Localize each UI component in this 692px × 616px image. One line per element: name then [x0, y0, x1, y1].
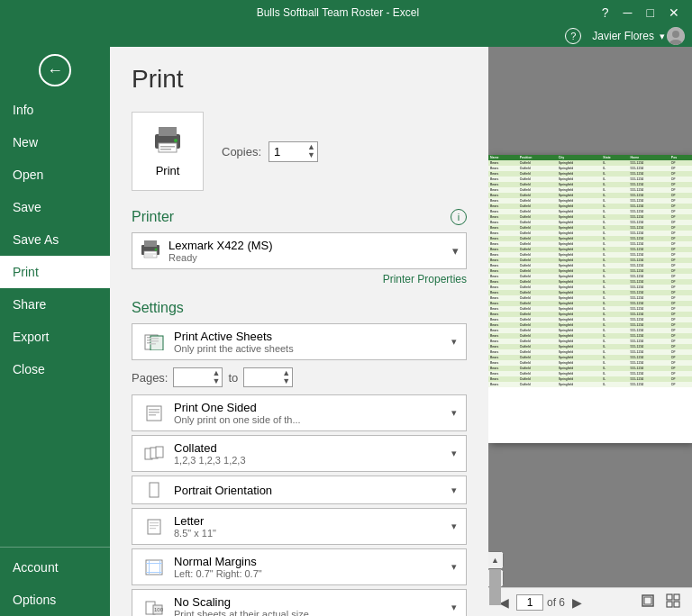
copies-decrement[interactable]: ▼: [305, 151, 317, 159]
pages-to-decrement[interactable]: ▼: [280, 377, 292, 385]
sided-sub: Only print on one side of th...: [174, 414, 451, 425]
sidebar-item-print[interactable]: Print: [0, 256, 110, 288]
paper-arrow: ▾: [451, 521, 457, 532]
username-label: Javier Flores: [592, 30, 654, 42]
sidebar-item-open[interactable]: Open: [0, 159, 110, 191]
svg-rect-20: [150, 338, 159, 340]
minimize-button[interactable]: ─: [618, 4, 638, 22]
pages-from-spinner: ▲ ▼: [210, 369, 222, 385]
sidebar-item-options-label: Options: [13, 593, 56, 607]
page-number-input[interactable]: [516, 594, 543, 611]
main-layout: ← Info New Open Save Save As Print Share…: [0, 47, 692, 616]
user-dropdown-arrow[interactable]: ▾: [660, 31, 665, 42]
page-navigation: ◀ of 6 ▶: [496, 593, 586, 611]
scaling-setting[interactable]: 100 No Scaling Print sheets at their act…: [132, 589, 467, 616]
sided-arrow: ▾: [451, 407, 457, 419]
paper-sub: 8.5" x 11": [174, 528, 451, 539]
scroll-thumb[interactable]: [489, 569, 501, 605]
maximize-button[interactable]: □: [642, 4, 660, 22]
sidebar-item-close-label: Close: [13, 362, 45, 376]
scaling-arrow: ▾: [451, 602, 457, 613]
sidebar-item-account[interactable]: Account: [0, 551, 110, 584]
print-panel: Print Print: [110, 47, 488, 616]
next-page-button[interactable]: ▶: [569, 593, 586, 611]
sidebar-item-save[interactable]: Save: [0, 191, 110, 223]
collated-setting[interactable]: Collated 1,2,3 1,2,3 1,2,3 ▾: [132, 435, 467, 472]
collated-text: Collated 1,2,3 1,2,3 1,2,3: [174, 441, 451, 466]
zoom-button[interactable]: [661, 592, 685, 612]
print-what-setting[interactable]: Print Active Sheets Only print the activ…: [132, 323, 467, 360]
orientation-setting[interactable]: Portrait Orientation ▾: [132, 476, 467, 504]
print-what-arrow: ▾: [451, 336, 457, 348]
pages-from-input[interactable]: [174, 368, 210, 386]
printer-name: Lexmark X422 (MS): [168, 239, 452, 252]
svg-text:100: 100: [154, 607, 164, 612]
svg-rect-7: [160, 149, 171, 150]
print-button[interactable]: Print: [132, 112, 204, 191]
sidebar-item-options[interactable]: Options: [0, 584, 110, 616]
printer-info-icon[interactable]: i: [451, 209, 467, 225]
print-active-sheets-sub: Only print the active sheets: [174, 343, 451, 354]
paper-icon: [141, 519, 167, 535]
sidebar-item-info-label: Info: [13, 103, 33, 117]
svg-rect-25: [149, 412, 159, 413]
scaling-sub: Print sheets at their actual size: [174, 609, 451, 616]
sidebar-item-open-label: Open: [13, 168, 43, 182]
paper-setting[interactable]: Letter 8.5" x 11" ▾: [132, 508, 467, 545]
preview-sheet: NamePositionCityStateHomePos // Generate…: [488, 155, 692, 443]
svg-rect-26: [149, 414, 156, 416]
margins-text: Normal Margins Left: 0.7" Right: 0.7": [174, 555, 451, 579]
back-button[interactable]: ←: [0, 47, 110, 94]
orientation-text: Portrait Orientation: [174, 484, 451, 497]
fit-page-button[interactable]: [636, 592, 660, 612]
pages-to-label: to: [228, 371, 238, 385]
printer-properties-link[interactable]: Printer Properties: [132, 273, 467, 285]
sidebar-item-share-label: Share: [13, 297, 46, 312]
printer-select[interactable]: Lexmark X422 (MS) Ready ▾: [132, 232, 467, 269]
window-title: Bulls Softball Team Roster - Excel: [79, 6, 596, 19]
svg-point-1: [672, 31, 679, 38]
help-icon-button[interactable]: ?: [565, 28, 581, 44]
sidebar-item-close[interactable]: Close: [0, 353, 110, 385]
svg-rect-32: [150, 522, 159, 523]
content-area: Print Print: [110, 47, 692, 616]
orientation-arrow: ▾: [451, 485, 457, 496]
copies-input[interactable]: [269, 142, 305, 161]
printer-section-title: Printer i: [132, 209, 467, 225]
svg-rect-10: [144, 240, 157, 247]
svg-rect-31: [148, 520, 160, 534]
svg-point-8: [174, 139, 178, 142]
sided-setting[interactable]: Print One Sided Only print on one side o…: [132, 394, 467, 431]
margins-setting[interactable]: Normal Margins Left: 0.7" Right: 0.7" ▾: [132, 548, 467, 585]
pages-to-input[interactable]: [244, 368, 280, 386]
pages-row: Pages: ▲ ▼ to ▲ ▼: [132, 364, 467, 391]
collated-icon: [141, 446, 167, 462]
svg-rect-22: [150, 343, 156, 345]
svg-rect-6: [160, 146, 175, 148]
svg-rect-5: [159, 143, 177, 152]
copies-area: Copies: ▲ ▼: [222, 141, 318, 162]
help-button[interactable]: ?: [596, 4, 615, 22]
svg-rect-23: [147, 406, 161, 421]
sidebar-item-export[interactable]: Export: [0, 321, 110, 353]
vertical-scrollbar[interactable]: ▲ ▼: [488, 551, 501, 587]
preview-pane: NamePositionCityStateHomePos // Generate…: [488, 47, 692, 616]
sidebar-item-info[interactable]: Info: [0, 94, 110, 126]
sidebar-item-new[interactable]: New: [0, 126, 110, 159]
sided-label: Print One Sided: [174, 401, 451, 414]
collated-arrow: ▾: [451, 448, 457, 459]
sidebar-item-save-as[interactable]: Save As: [0, 223, 110, 256]
preview-content: NamePositionCityStateHomePos // Generate…: [488, 47, 692, 551]
window-controls: ? ─ □ ✕: [596, 4, 685, 22]
scroll-up-button[interactable]: ▲: [488, 551, 504, 569]
sided-text: Print One Sided Only print on one side o…: [174, 401, 451, 425]
close-button[interactable]: ✕: [663, 4, 685, 22]
svg-point-12: [155, 249, 158, 251]
scaling-text: No Scaling Print sheets at their actual …: [174, 595, 451, 616]
sidebar-item-share[interactable]: Share: [0, 288, 110, 321]
sidebar-item-account-label: Account: [13, 560, 59, 575]
back-arrow-icon[interactable]: ←: [39, 54, 71, 86]
total-pages-label: of 6: [547, 596, 565, 609]
preview-bottom: ◀ of 6 ▶: [488, 587, 692, 616]
pages-from-decrement[interactable]: ▼: [210, 377, 222, 385]
